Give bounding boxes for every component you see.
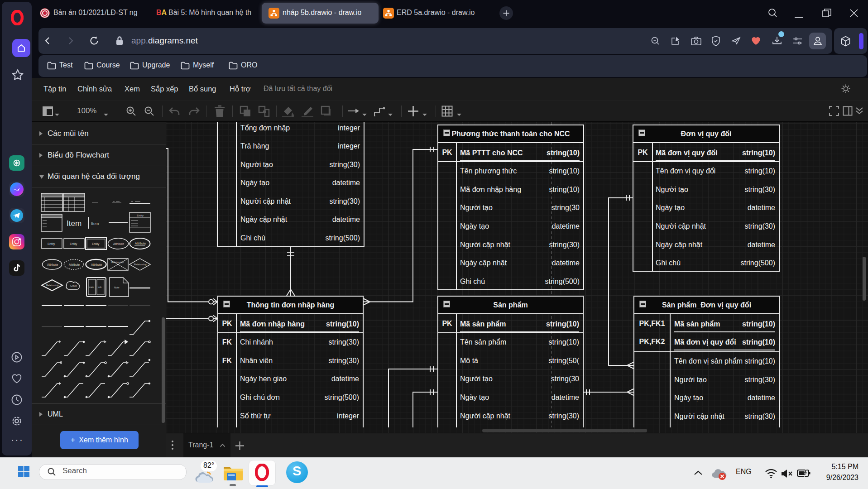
svg-text:Attribute: Attribute	[69, 263, 80, 266]
svg-text:Cloud: Cloud	[70, 284, 77, 287]
svg-text:Entity: Entity	[137, 214, 144, 217]
svg-text:main: main	[89, 286, 94, 288]
svg-text:Relationship: Relationship	[134, 263, 147, 266]
svg-text:Attribute: Attribute	[91, 263, 102, 266]
svg-text:Entity: Entity	[48, 242, 55, 246]
svg-text:Attribute: Attribute	[47, 263, 58, 266]
svg-text:Entity: Entity	[70, 242, 77, 246]
svg-text:Attribute: Attribute	[135, 242, 146, 245]
svg-text:Note: Note	[114, 286, 120, 289]
svg-text:Entity: Entity	[92, 242, 100, 246]
svg-text:Relationship: Relationship	[46, 284, 59, 287]
svg-text:Relationship: Relationship	[111, 261, 124, 264]
svg-text:Item: Item	[67, 219, 82, 228]
svg-text:Attribute: Attribute	[113, 242, 125, 245]
svg-text:sub: sub	[98, 286, 102, 288]
svg-text:Item: Item	[91, 221, 99, 226]
